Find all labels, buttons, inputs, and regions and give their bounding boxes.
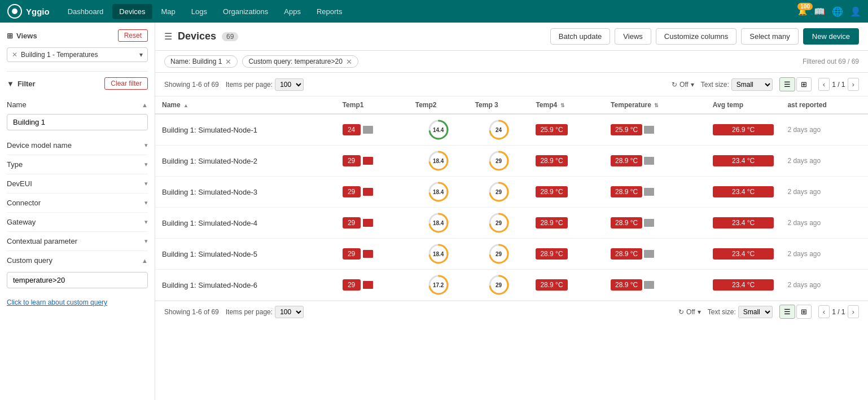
book-icon[interactable]: 📖 [814,6,825,17]
cell-temp3-5: 29 [468,270,529,301]
filter-tag-query-remove[interactable]: ✕ [346,58,352,65]
refresh-control-top[interactable]: ↻ Off ▾ [672,81,694,89]
text-size-control-top: Text size: Small Medium Large [701,78,773,91]
cell-temp1-5: 29 [336,270,409,301]
clear-filter-button[interactable]: Clear filter [104,77,148,90]
list-view-btn-top[interactable]: ☰ [779,77,795,91]
filter-deveui-row[interactable]: DevEUI ▾ [7,174,148,194]
col-temp1: Temp1 [336,96,409,114]
filter-deveui-chevron: ▾ [144,180,148,187]
filter-connector-row[interactable]: Connector ▾ [7,194,148,213]
cell-avgtemp-5: 23.4 °C [706,270,781,301]
cell-temperature-2: 28.9 °C [604,177,706,208]
text-size-select-top[interactable]: Small Medium Large [731,78,773,91]
table-row[interactable]: Building 1: Simulated-Node-6 29 17.2 [155,270,868,301]
nav-devices[interactable]: Devices [112,4,152,19]
custom-query-input[interactable] [7,272,148,288]
list-view-btn-bottom[interactable]: ☰ [779,305,795,319]
cell-name-2: Building 1: Simulated-Node-3 [155,177,336,208]
app-logo[interactable]: Yggio [7,3,50,19]
page-title: Devices [178,30,216,42]
filter-model-row[interactable]: Device model name ▾ [7,136,148,155]
refresh-icon: ↻ [672,81,677,89]
cell-temp1-1: 29 [336,146,409,177]
devices-table-wrap: Name ▲ Temp1 Temp2 Temp 3 [155,96,868,400]
globe-icon[interactable]: 🌐 [832,6,843,17]
filter-customquery-chevron: ▲ [142,257,148,264]
nav-logs[interactable]: Logs [185,4,214,19]
notification-badge: 100 [797,3,813,10]
filter-deveui-label: DevEUI [7,179,32,188]
filter-tag-query: Custom query: temperature>20 ✕ [242,55,358,68]
views-dropdown[interactable]: ✕ Building 1 - Temperatures ▾ [7,47,148,62]
cell-temp3-4: 29 [468,239,529,270]
hamburger-icon[interactable]: ☰ [164,31,172,42]
views-clear-icon[interactable]: ✕ [12,51,17,59]
table-row[interactable]: Building 1: Simulated-Node-3 29 18.4 [155,177,868,208]
new-device-button[interactable]: New device [803,28,859,45]
col-name[interactable]: Name ▲ [155,96,336,114]
cell-temp4-1: 28.9 °C [529,146,604,177]
customize-columns-button[interactable]: Customize columns [656,28,737,45]
filter-customquery-row[interactable]: Custom query ▲ [7,251,148,270]
nav-reports[interactable]: Reports [310,4,349,19]
cell-temp1-4: 29 [336,239,409,270]
notification-bell[interactable]: 🔔 100 [798,7,807,16]
filter-icon: ▼ [7,80,14,88]
items-per-page-select-bottom[interactable]: 100 [275,306,304,318]
devices-table: Name ▲ Temp1 Temp2 Temp 3 [155,96,868,301]
cell-temperature-0: 25.9 °C [604,114,706,146]
grid-view-btn-bottom[interactable]: ⊞ [796,305,812,319]
nav-dashboard[interactable]: Dashboard [61,4,111,19]
prev-page-btn-top[interactable]: ‹ [818,78,830,91]
cell-lastreported-4: 2 days ago [781,239,868,270]
showing-text-top: Showing 1-6 of 69 [164,81,219,89]
filter-customquery-label: Custom query [7,256,52,265]
filter-contextual-row[interactable]: Contextual parameter ▾ [7,232,148,251]
text-size-select-bottom[interactable]: Small [738,306,773,318]
filter-name-input[interactable] [7,114,148,130]
toolbar-left: ☰ Devices 69 [164,30,238,42]
filter-type-row[interactable]: Type ▾ [7,155,148,174]
filter-name-row[interactable]: Name ▲ [7,95,148,114]
next-page-btn-top[interactable]: › [848,78,859,91]
items-per-page-bottom: Items per page: 100 [226,306,304,318]
col-temperature[interactable]: Temperature ⇅ [604,96,706,114]
views-button[interactable]: Views [615,28,651,45]
main-toolbar: ☰ Devices 69 Batch update Views Customiz… [155,23,868,51]
select-many-button[interactable]: Select many [741,28,799,45]
filter-section-header: ▼ Filter Clear filter [7,77,148,90]
cell-lastreported-0: 2 days ago [781,114,868,146]
cell-name-5: Building 1: Simulated-Node-6 [155,270,336,301]
cell-temp4-3: 28.9 °C [529,208,604,239]
next-page-btn-bottom[interactable]: › [848,305,859,318]
cell-temp4-0: 25.9 °C [529,114,604,146]
items-per-page-select-top[interactable]: 100 50 25 [275,78,304,91]
prev-page-btn-bottom[interactable]: ‹ [818,305,830,318]
reset-button[interactable]: Reset [118,29,148,42]
showing-text-bottom: Showing 1-6 of 69 [164,308,219,316]
cell-temp3-3: 29 [468,208,529,239]
table-row[interactable]: Building 1: Simulated-Node-5 29 18.4 [155,239,868,270]
views-icon: ⊞ [7,32,13,40]
nav-apps[interactable]: Apps [277,4,308,19]
filter-gateway-row[interactable]: Gateway ▾ [7,213,148,232]
batch-update-button[interactable]: Batch update [550,28,611,45]
table-row[interactable]: Building 1: Simulated-Node-2 29 18.4 [155,146,868,177]
app-name: Yggio [26,7,50,16]
table-row[interactable]: Building 1: Simulated-Node-4 29 18.4 [155,208,868,239]
custom-query-link[interactable]: Click to learn about custom query [7,298,148,306]
nav-map[interactable]: Map [155,4,182,19]
logo-icon [7,3,23,19]
nav-organizations[interactable]: Organizations [216,4,275,19]
cell-temp2-4: 18.4 [409,239,468,270]
col-temp4[interactable]: Temp4 ⇅ [529,96,604,114]
grid-view-btn-top[interactable]: ⊞ [796,77,812,91]
refresh-control-bottom[interactable]: ↻ Off ▾ [678,308,701,316]
cell-lastreported-2: 2 days ago [781,177,868,208]
cell-avgtemp-0: 26.9 °C [706,114,781,146]
views-section-header: ⊞ Views Reset [7,29,148,42]
user-icon[interactable]: 👤 [850,6,861,17]
filter-tag-name-remove[interactable]: ✕ [225,58,231,65]
table-row[interactable]: Building 1: Simulated-Node-1 24 14.4 [155,114,868,146]
